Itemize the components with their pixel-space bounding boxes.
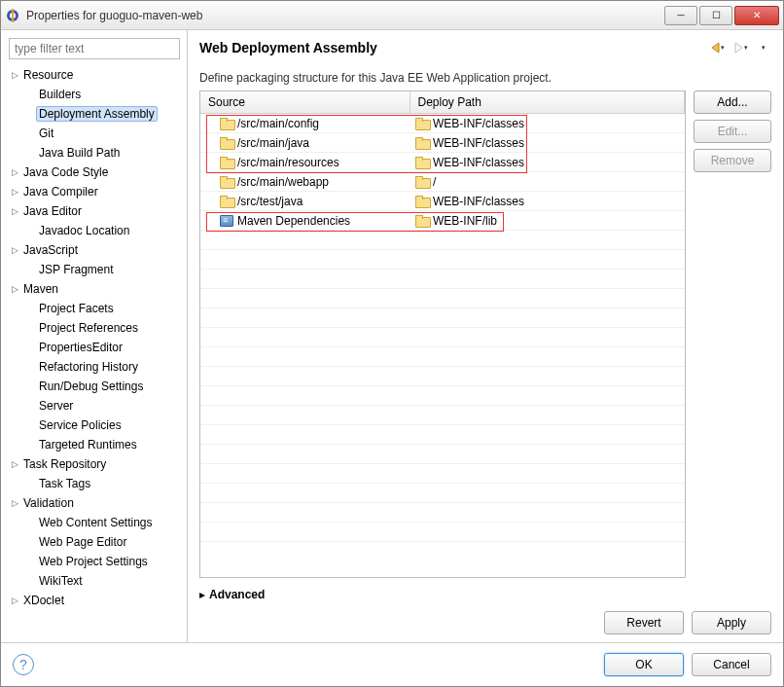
chevron-right-icon: ▷ bbox=[9, 245, 20, 255]
sidebar-item-jsp-fragment[interactable]: JSP Fragment bbox=[5, 260, 183, 279]
assembly-table[interactable]: Source Deploy Path /src/main/configWEB-I… bbox=[199, 90, 686, 578]
sidebar-item-label: Service Policies bbox=[36, 417, 125, 433]
table-row[interactable]: /src/main/javaWEB-INF/classes bbox=[200, 133, 685, 153]
page-description: Define packaging structure for this Java… bbox=[199, 71, 771, 85]
add-button[interactable]: Add... bbox=[694, 90, 771, 114]
sidebar-item-label: Builders bbox=[36, 87, 84, 102]
sidebar-item-label: Java Editor bbox=[20, 203, 85, 219]
sidebar-item-label: Resource bbox=[20, 67, 76, 83]
minimize-button[interactable]: ─ bbox=[664, 6, 697, 25]
deploy-path: WEB-INF/classes bbox=[433, 117, 524, 130]
sidebar-item-targeted-runtimes[interactable]: Targeted Runtimes bbox=[5, 435, 183, 454]
sidebar-item-javadoc-location[interactable]: Javadoc Location bbox=[5, 221, 183, 240]
sidebar-item-refactoring-history[interactable]: Refactoring History bbox=[5, 357, 183, 377]
advanced-toggle[interactable]: ▸ Advanced bbox=[199, 588, 771, 601]
chevron-right-icon: ▷ bbox=[9, 498, 20, 508]
sidebar-item-label: Server bbox=[36, 398, 76, 414]
chevron-right-icon: ▷ bbox=[9, 284, 20, 294]
chevron-right-icon: ▷ bbox=[9, 206, 20, 216]
nav-forward-icon[interactable]: ▾ bbox=[732, 40, 748, 55]
sidebar-item-web-project-settings[interactable]: Web Project Settings bbox=[5, 552, 183, 571]
cancel-button[interactable]: Cancel bbox=[692, 653, 771, 676]
sidebar-item-validation[interactable]: ▷Validation bbox=[5, 493, 183, 513]
sidebar-item-label: JSP Fragment bbox=[36, 262, 116, 277]
sidebar-item-propertieseditor[interactable]: PropertiesEditor bbox=[5, 338, 183, 357]
sidebar-item-java-build-path[interactable]: Java Build Path bbox=[5, 143, 183, 163]
col-source[interactable]: Source bbox=[200, 91, 410, 114]
source-path: /src/main/webapp bbox=[237, 175, 329, 189]
sidebar-item-label: Task Tags bbox=[36, 476, 93, 491]
sidebar-item-label: Web Content Settings bbox=[36, 515, 156, 530]
deploy-path: WEB-INF/classes bbox=[433, 156, 524, 169]
sidebar-item-web-content-settings[interactable]: Web Content Settings bbox=[5, 513, 183, 532]
source-path: /src/main/config bbox=[237, 117, 319, 130]
sidebar-item-label: Project References bbox=[36, 320, 141, 336]
sidebar-item-maven[interactable]: ▷Maven bbox=[5, 279, 183, 299]
sidebar-item-xdoclet[interactable]: ▷XDoclet bbox=[5, 591, 183, 610]
col-deploy[interactable]: Deploy Path bbox=[410, 91, 685, 114]
sidebar-item-label: Deployment Assembly bbox=[36, 106, 158, 122]
sidebar-item-service-policies[interactable]: Service Policies bbox=[5, 416, 183, 435]
nav-menu-icon[interactable]: ▾ bbox=[756, 40, 771, 55]
table-row[interactable]: /src/test/javaWEB-INF/classes bbox=[200, 192, 685, 211]
advanced-label: Advanced bbox=[209, 588, 265, 601]
sidebar-item-label: Maven bbox=[20, 281, 61, 297]
deploy-path: / bbox=[433, 175, 436, 189]
maximize-button[interactable]: ☐ bbox=[699, 6, 732, 25]
titlebar[interactable]: Properties for guoguo-maven-web ─ ☐ ✕ bbox=[1, 1, 783, 30]
chevron-right-icon: ▷ bbox=[9, 459, 20, 469]
sidebar-item-java-editor[interactable]: ▷Java Editor bbox=[5, 201, 183, 221]
sidebar-item-run-debug-settings[interactable]: Run/Debug Settings bbox=[5, 377, 183, 396]
sidebar-item-label: JavaScript bbox=[20, 242, 81, 258]
folder-icon bbox=[415, 215, 429, 226]
sidebar-item-project-facets[interactable]: Project Facets bbox=[5, 299, 183, 318]
edit-button[interactable]: Edit... bbox=[694, 120, 771, 143]
sidebar-item-label: XDoclet bbox=[20, 593, 67, 608]
sidebar-item-java-compiler[interactable]: ▷Java Compiler bbox=[5, 182, 183, 201]
sidebar-item-label: Refactoring History bbox=[36, 359, 141, 375]
table-row[interactable]: /src/main/configWEB-INF/classes bbox=[200, 114, 685, 133]
folder-icon bbox=[220, 118, 233, 128]
page-title: Web Deployment Assembly bbox=[199, 40, 709, 55]
sidebar-item-task-repository[interactable]: ▷Task Repository bbox=[5, 454, 183, 474]
close-button[interactable]: ✕ bbox=[734, 6, 779, 25]
chevron-right-icon: ▸ bbox=[199, 588, 205, 601]
deploy-path: WEB-INF/classes bbox=[433, 195, 524, 208]
properties-dialog: Properties for guoguo-maven-web ─ ☐ ✕ ▷R… bbox=[0, 0, 784, 687]
revert-button[interactable]: Revert bbox=[604, 611, 684, 634]
table-row[interactable]: /src/main/resourcesWEB-INF/classes bbox=[200, 153, 685, 172]
table-row[interactable]: /src/main/webapp/ bbox=[200, 172, 685, 192]
folder-icon bbox=[415, 176, 429, 187]
sidebar-item-task-tags[interactable]: Task Tags bbox=[5, 474, 183, 493]
table-row[interactable]: Maven DependenciesWEB-INF/lib bbox=[200, 211, 685, 231]
folder-icon bbox=[220, 196, 233, 206]
folder-icon bbox=[220, 176, 233, 187]
sidebar-item-label: Java Compiler bbox=[20, 184, 101, 199]
apply-button[interactable]: Apply bbox=[692, 611, 771, 634]
sidebar-item-resource[interactable]: ▷Resource bbox=[5, 65, 183, 85]
sidebar-item-javascript[interactable]: ▷JavaScript bbox=[5, 240, 183, 260]
sidebar-item-label: Java Code Style bbox=[20, 164, 111, 180]
remove-button[interactable]: Remove bbox=[694, 149, 771, 172]
sidebar-item-wikitext[interactable]: WikiText bbox=[5, 571, 183, 591]
sidebar-item-project-references[interactable]: Project References bbox=[5, 318, 183, 338]
nav-back-icon[interactable]: ▾ bbox=[709, 40, 725, 55]
sidebar-item-git[interactable]: Git bbox=[5, 124, 183, 143]
folder-icon bbox=[220, 157, 233, 167]
ok-button[interactable]: OK bbox=[604, 653, 684, 676]
sidebar-item-label: Java Build Path bbox=[36, 145, 123, 161]
chevron-right-icon: ▷ bbox=[9, 187, 20, 197]
sidebar-item-label: WikiText bbox=[36, 573, 86, 589]
bottom-bar: ? OK Cancel bbox=[1, 642, 783, 686]
deploy-path: WEB-INF/lib bbox=[433, 214, 497, 228]
help-icon[interactable]: ? bbox=[13, 654, 34, 675]
sidebar-item-deployment-assembly[interactable]: Deployment Assembly bbox=[5, 104, 183, 124]
sidebar-item-label: Project Facets bbox=[36, 301, 117, 316]
sidebar-item-label: Task Repository bbox=[20, 456, 109, 472]
sidebar-item-builders[interactable]: Builders bbox=[5, 85, 183, 104]
sidebar-item-server[interactable]: Server bbox=[5, 396, 183, 416]
property-tree: ▷ResourceBuildersDeployment AssemblyGitJ… bbox=[5, 65, 183, 634]
sidebar-item-web-page-editor[interactable]: Web Page Editor bbox=[5, 532, 183, 552]
sidebar-item-java-code-style[interactable]: ▷Java Code Style bbox=[5, 163, 183, 182]
filter-input[interactable] bbox=[9, 38, 180, 59]
